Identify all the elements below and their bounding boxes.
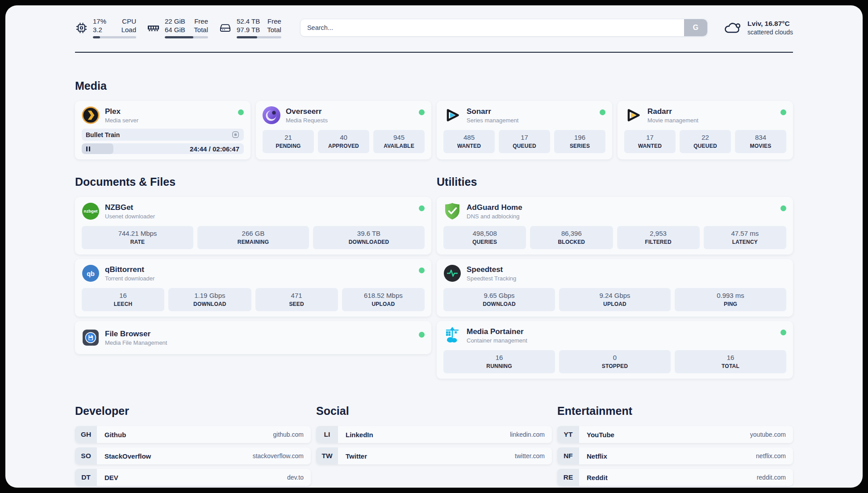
bookmark-twitter[interactable]: TW Twitter twitter.com <box>316 447 552 464</box>
portainer-icon <box>443 326 461 344</box>
bookmark-dev[interactable]: DT DEV dev.to <box>75 469 311 486</box>
disk-icon <box>219 21 232 34</box>
documents-section-title: Documents & Files <box>75 175 431 189</box>
stat-tile: 17 WANTED <box>624 130 676 153</box>
stat-tile: 498,508 QUERIES <box>443 226 526 249</box>
media-section: Media Plex Media server <box>75 79 793 159</box>
svg-text:qb: qb <box>87 270 95 277</box>
bookmark-name: Reddit <box>587 474 608 481</box>
bookmark-url: stackoverflow.com <box>253 452 304 460</box>
stat-tile: 485 WANTED <box>443 130 495 153</box>
bookmark-name: LinkedIn <box>346 431 373 439</box>
search-engine-button[interactable]: G <box>684 19 707 36</box>
filebrowser-card[interactable]: File Browser Media File Management <box>75 321 431 354</box>
cpu-metric: 17% CPU 3.2 Load <box>75 17 136 38</box>
stat-tile: 744.21 Mbps RATE <box>82 226 193 249</box>
plex-icon <box>82 106 100 124</box>
app-subtitle: Movie management <box>647 117 698 124</box>
bookmark-abbr: RE <box>557 469 579 486</box>
stat-tile: 618.52 Mbps UPLOAD <box>342 288 425 311</box>
ram-icon <box>147 21 160 34</box>
status-online-dot <box>780 205 786 211</box>
bookmark-abbr: YT <box>557 426 579 443</box>
screen-cast-icon <box>231 130 240 139</box>
weather-widget: Lviv, 16.87°C scattered clouds <box>723 19 793 36</box>
disk-total-value: 97.9 TB <box>237 25 260 34</box>
bookmark-linkedin[interactable]: LI LinkedIn linkedin.com <box>316 426 552 443</box>
stat-tile: 22 QUEUED <box>680 130 731 153</box>
stat-tile: 834 MOVIES <box>735 130 786 153</box>
status-online-dot <box>419 109 425 115</box>
plex-card[interactable]: Plex Media server Bullet Train <box>75 101 250 159</box>
nzbget-card[interactable]: nzbget NZBGet Usenet downloader 744.21 M… <box>75 197 431 255</box>
pause-icon <box>86 146 90 151</box>
search-input[interactable] <box>300 19 684 36</box>
top-bar: 17% CPU 3.2 Load 22 G <box>75 13 793 42</box>
weather-location-temp: Lviv, 16.87°C <box>747 19 793 28</box>
bookmark-youtube[interactable]: YT YouTube youtube.com <box>557 426 793 443</box>
app-name: Radarr <box>647 107 698 116</box>
bookmark-name: Github <box>104 431 126 439</box>
status-online-dot <box>238 109 244 115</box>
stat-tile: 86,396 BLOCKED <box>530 226 613 249</box>
radarr-icon <box>624 106 642 124</box>
bookmark-url: twitter.com <box>515 452 545 460</box>
radarr-card[interactable]: Radarr Movie management 17 WANTED 22 QUE… <box>618 101 793 159</box>
adguard-icon <box>443 202 461 220</box>
cpu-progress-bar <box>93 36 136 38</box>
cpu-load-label: Load <box>121 25 136 34</box>
stat-tile: 196 SERIES <box>554 130 605 153</box>
stat-tile: 17 QUEUED <box>499 130 550 153</box>
app-name: qBittorrent <box>105 265 154 274</box>
overseerr-card[interactable]: Overseerr Media Requests 21 PENDING 40 A… <box>256 101 431 159</box>
stat-tile: 39.6 TB DOWNLOADED <box>313 226 425 249</box>
svg-text:nzbget: nzbget <box>84 209 98 213</box>
stat-tile: 0 STOPPED <box>559 350 671 373</box>
bookmark-name: StackOverflow <box>104 452 151 460</box>
bookmark-github[interactable]: GH Github github.com <box>75 426 311 443</box>
stat-tile: 471 SEED <box>255 288 338 311</box>
weather-condition: scattered clouds <box>747 28 793 36</box>
ram-total-value: 64 GiB <box>165 25 187 34</box>
status-online-dot <box>419 267 425 273</box>
adguard-card[interactable]: AdGuard Home DNS and adblocking 498,508 … <box>437 197 793 255</box>
app-name: File Browser <box>105 329 167 338</box>
filebrowser-icon <box>82 329 100 347</box>
bookmark-abbr: DT <box>75 469 97 486</box>
stat-tile: 0.993 ms PING <box>675 288 786 311</box>
status-online-dot <box>780 330 786 335</box>
stat-tile: 1.19 Gbps DOWNLOAD <box>168 288 251 311</box>
bookmark-abbr: NF <box>557 447 579 464</box>
bookmark-name: Netflix <box>587 452 607 460</box>
stat-tile: 945 AVAILABLE <box>373 130 425 153</box>
app-subtitle: DNS and adblocking <box>467 213 522 220</box>
social-section-title: Social <box>316 404 552 418</box>
portainer-card[interactable]: Media Portainer Container management 16 … <box>437 321 793 379</box>
app-name: Speedtest <box>467 265 516 274</box>
social-section: Social LI LinkedIn linkedin.com TW Twitt… <box>316 404 552 464</box>
ram-total-label: Total <box>194 25 208 34</box>
bookmark-url: github.com <box>273 431 304 438</box>
ram-free-value: 22 GiB <box>165 17 187 25</box>
bookmark-name: YouTube <box>587 431 614 439</box>
overseerr-icon <box>263 106 280 124</box>
cloud-icon <box>723 20 742 35</box>
bookmark-abbr: LI <box>316 426 338 443</box>
sonarr-card[interactable]: Sonarr Series management 485 WANTED 17 Q… <box>437 101 612 159</box>
speedtest-card[interactable]: Speedtest Speedtest Tracking 9.65 Gbps D… <box>437 259 793 317</box>
app-subtitle: Series management <box>467 117 518 124</box>
disk-progress-bar <box>237 36 281 38</box>
playback-progress-row: 24:44 / 02:06:47 <box>82 143 244 154</box>
search-box: G <box>300 19 708 37</box>
developer-section-title: Developer <box>75 404 311 418</box>
bookmark-stackoverflow[interactable]: SO StackOverflow stackoverflow.com <box>75 447 311 464</box>
bookmark-reddit[interactable]: RE Reddit reddit.com <box>557 469 793 486</box>
playback-time: 24:44 / 02:06:47 <box>190 145 239 153</box>
app-name: Overseerr <box>286 107 328 116</box>
bookmark-netflix[interactable]: NF Netflix netflix.com <box>557 447 793 464</box>
bookmark-url: reddit.com <box>757 474 786 481</box>
bookmark-url: linkedin.com <box>510 431 545 438</box>
now-playing-title: Bullet Train <box>86 131 120 138</box>
qbittorrent-card[interactable]: qb qBittorrent Torrent downloader 16 LEE… <box>75 259 431 317</box>
app-name: Sonarr <box>467 107 518 116</box>
